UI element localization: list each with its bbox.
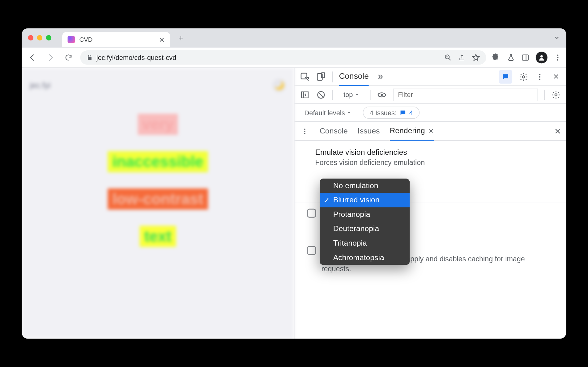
inspect-icon[interactable] <box>300 72 310 82</box>
word-low-contrast: low-contrast <box>108 188 208 209</box>
devtools-panel: Console ✕ <box>294 68 566 339</box>
svg-point-20 <box>304 133 305 134</box>
favicon-icon <box>68 36 75 43</box>
omnibox-actions <box>444 53 480 61</box>
close-drawer-button[interactable]: ✕ <box>554 126 561 136</box>
filter-input[interactable] <box>393 88 538 101</box>
maximize-window-button[interactable] <box>46 35 51 40</box>
svg-point-4 <box>557 57 558 58</box>
bookmark-icon[interactable] <box>472 53 480 61</box>
browser-tab[interactable]: CVD ✕ <box>62 32 170 47</box>
page-brand: jec.fyi <box>30 81 50 90</box>
minimize-window-button[interactable] <box>37 35 42 40</box>
close-window-button[interactable] <box>28 35 33 40</box>
drawer-tab-console[interactable]: Console <box>320 127 348 136</box>
dropdown-no-emulation[interactable]: No emulation <box>320 179 410 193</box>
device-toggle-icon[interactable] <box>316 72 326 82</box>
toolbar: jec.fyi/demo/cds-quest-cvd <box>22 47 566 68</box>
forward-button[interactable] <box>44 51 57 64</box>
webp-checkbox[interactable] <box>307 246 316 255</box>
dropdown-protanopia[interactable]: Protanopia <box>320 207 410 222</box>
side-panel-icon[interactable] <box>521 53 529 61</box>
console-tab-label: Console <box>339 71 369 81</box>
svg-rect-13 <box>301 92 308 98</box>
extensions-icon[interactable] <box>492 53 501 62</box>
drawer-kebab-icon[interactable] <box>300 126 310 136</box>
share-icon[interactable] <box>458 54 465 61</box>
console-toolbar: top <box>294 86 566 104</box>
console-tab[interactable]: Console <box>339 68 369 86</box>
svg-point-16 <box>381 94 383 96</box>
svg-point-2 <box>540 55 543 57</box>
profile-button[interactable] <box>536 52 548 63</box>
theme-toggle-button[interactable]: 🌙 <box>272 79 286 92</box>
back-button[interactable] <box>26 51 39 64</box>
address-bar[interactable]: jec.fyi/demo/cds-quest-cvd <box>80 50 486 65</box>
drawer-tab-rendering-label: Rendering <box>390 126 425 135</box>
svg-point-9 <box>522 76 525 78</box>
clear-console-icon[interactable] <box>316 90 326 99</box>
svg-point-10 <box>539 74 540 75</box>
page-viewport: jec.fyi 🌙 very inaccessible low-contrast… <box>22 68 294 339</box>
toggle-sidebar-icon[interactable] <box>300 90 310 99</box>
page-header: jec.fyi 🌙 <box>30 79 286 92</box>
svg-point-5 <box>557 59 558 60</box>
svg-point-12 <box>539 78 540 80</box>
dropdown-blurred-vision[interactable]: Blurred vision <box>320 193 410 208</box>
tab-title: CVD <box>79 36 92 43</box>
console-filter-bar: Default levels 4 Issues: 4 <box>294 104 566 122</box>
svg-point-17 <box>555 94 557 96</box>
menu-button[interactable] <box>554 53 562 61</box>
live-expression-icon[interactable] <box>377 90 387 99</box>
close-tab-button[interactable]: ✕ <box>159 35 165 44</box>
tabs-dropdown-button[interactable] <box>554 35 560 41</box>
toolbar-right <box>492 52 562 63</box>
drawer-tabs: Console Issues Rendering ✕ ✕ <box>294 122 566 141</box>
log-levels-selector[interactable]: Default levels <box>300 107 356 118</box>
devtools-top-bar: Console ✕ <box>294 68 566 86</box>
word-inaccessible: inaccessible <box>108 151 208 172</box>
svg-point-18 <box>304 129 305 130</box>
rendering-body: Emulate vision deficiencies Forces visio… <box>294 141 566 339</box>
labs-icon[interactable] <box>507 53 515 61</box>
content-split: jec.fyi 🌙 very inaccessible low-contrast… <box>22 68 566 339</box>
zoom-icon[interactable] <box>444 53 452 61</box>
issues-pill[interactable]: 4 Issues: 4 <box>363 107 420 119</box>
close-rendering-button[interactable]: ✕ <box>428 127 434 134</box>
url-text: jec.fyi/demo/cds-quest-cvd <box>96 53 440 61</box>
console-settings-icon[interactable] <box>551 90 561 99</box>
drawer-tab-issues[interactable]: Issues <box>358 127 380 136</box>
log-levels-label: Default levels <box>304 109 345 116</box>
lock-icon <box>87 54 93 60</box>
word-text: text <box>140 226 176 247</box>
close-devtools-button[interactable]: ✕ <box>551 72 561 82</box>
avif-checkbox[interactable] <box>307 209 316 218</box>
new-tab-button[interactable]: ＋ <box>175 32 187 44</box>
issues-chip-icon[interactable] <box>499 70 512 83</box>
page-words: very inaccessible low-contrast text <box>30 114 286 247</box>
issues-count: 4 <box>409 109 413 116</box>
window-controls <box>28 35 52 40</box>
reload-button[interactable] <box>62 51 75 64</box>
svg-point-3 <box>557 54 558 56</box>
svg-point-19 <box>304 130 305 132</box>
svg-point-11 <box>539 76 540 77</box>
word-very: very <box>138 114 178 135</box>
dropdown-tritanopia[interactable]: Tritanopia <box>320 236 410 251</box>
vision-dropdown: No emulation Blurred vision Protanopia D… <box>320 179 410 265</box>
dropdown-achromatopsia[interactable]: Achromatopsia <box>320 251 410 265</box>
vision-title: Emulate vision deficiencies <box>315 148 555 157</box>
issues-label: 4 Issues: <box>370 109 397 116</box>
more-tabs-icon[interactable] <box>375 72 385 82</box>
context-label: top <box>343 91 353 99</box>
drawer-tab-rendering[interactable]: Rendering ✕ <box>390 122 434 141</box>
browser-window: CVD ✕ ＋ jec.fyi/demo/cds-quest-cvd <box>22 28 566 339</box>
context-selector[interactable]: top <box>339 89 364 100</box>
dropdown-deuteranopia[interactable]: Deuteranopia <box>320 222 410 236</box>
titlebar: CVD ✕ ＋ <box>22 28 566 47</box>
svg-rect-1 <box>522 55 529 60</box>
kebab-icon[interactable] <box>535 72 545 82</box>
settings-icon[interactable] <box>519 72 529 82</box>
vision-subtitle: Forces vision deficiency emulation <box>315 159 555 167</box>
